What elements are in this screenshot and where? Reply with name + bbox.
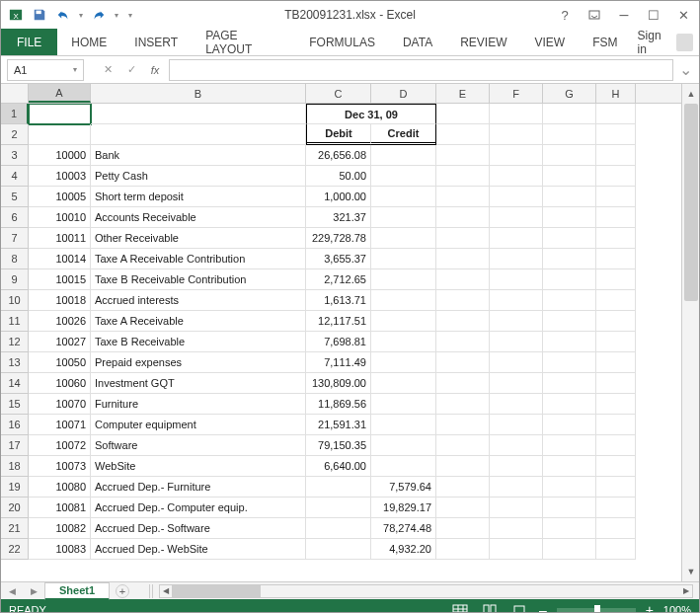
account-code[interactable]: 10027 [29,332,91,352]
cell[interactable] [596,332,636,352]
tab-insert[interactable]: INSERT [120,29,192,55]
cell[interactable] [596,352,636,373]
credit-value[interactable] [371,352,436,373]
credit-value[interactable] [371,207,436,228]
credit-value[interactable] [371,394,436,415]
horizontal-scrollbar[interactable]: ◀ ▶ [159,584,693,598]
sheet-nav-next-icon[interactable]: ▶ [23,582,44,600]
credit-value[interactable]: 19,829.17 [371,498,436,518]
credit-value[interactable] [371,187,436,207]
cell[interactable] [436,332,490,352]
sign-in-link[interactable]: Sign in [632,29,699,55]
cell[interactable] [596,498,636,518]
ribbon-options-button[interactable] [581,4,608,26]
account-name[interactable]: Short term deposit [91,187,306,207]
account-name[interactable]: Other Receivable [91,228,306,249]
cell[interactable] [543,518,596,539]
cell[interactable] [596,415,636,435]
minimize-button[interactable]: – [610,4,638,26]
cell[interactable] [436,290,490,311]
cell[interactable] [436,539,490,560]
tab-home[interactable]: HOME [57,29,120,55]
debit-value[interactable]: 26,656.08 [306,145,371,166]
credit-value[interactable] [371,166,436,187]
account-code[interactable]: 10081 [29,498,91,518]
cell[interactable] [490,290,543,311]
undo-more-icon[interactable]: ▾ [76,4,86,26]
sheet-tab-active[interactable]: Sheet1 [44,582,110,600]
accept-formula-icon[interactable]: ✓ [121,59,141,81]
cell[interactable] [436,311,490,332]
account-name[interactable]: Petty Cash [91,166,306,187]
row-header[interactable]: 6 [1,207,29,228]
row-header[interactable]: 19 [1,477,29,498]
debit-value[interactable]: 12,117.51 [306,311,371,332]
cell[interactable] [490,498,543,518]
account-name[interactable]: WebSite [91,456,306,477]
tab-view[interactable]: VIEW [521,29,580,55]
cell[interactable] [91,124,306,145]
col-header-c[interactable]: C [306,84,371,103]
account-name[interactable]: Accrued Dep.- Software [91,518,306,539]
debit-value[interactable]: 50.00 [306,166,371,187]
tab-fsm[interactable]: FSM [579,29,631,55]
cell[interactable] [436,207,490,228]
help-button[interactable]: ? [551,4,579,26]
cell[interactable] [596,228,636,249]
cell[interactable] [596,166,636,187]
cell[interactable] [543,124,596,145]
account-code[interactable]: 10003 [29,166,91,187]
cell[interactable] [596,145,636,166]
cell[interactable] [543,373,596,394]
row-header[interactable]: 18 [1,456,29,477]
cell[interactable] [596,477,636,498]
account-code[interactable]: 10018 [29,290,91,311]
account-code[interactable]: 10011 [29,228,91,249]
cell[interactable] [490,228,543,249]
row-header[interactable]: 17 [1,435,29,456]
account-code[interactable]: 10071 [29,415,91,435]
cell[interactable] [490,477,543,498]
cell[interactable] [436,394,490,415]
maximize-button[interactable]: ☐ [640,4,667,26]
credit-value[interactable] [371,332,436,352]
zoom-level[interactable]: 100% [663,604,691,613]
debit-value[interactable]: 6,640.00 [306,456,371,477]
cell[interactable] [490,332,543,352]
cell[interactable] [596,539,636,560]
cell[interactable] [436,435,490,456]
cell[interactable] [596,249,636,269]
cell[interactable] [436,187,490,207]
redo-icon[interactable] [88,4,110,26]
cell[interactable] [490,249,543,269]
credit-value[interactable] [371,435,436,456]
cancel-formula-icon[interactable]: ✕ [98,59,117,81]
cell[interactable] [543,228,596,249]
row-header[interactable]: 10 [1,290,29,311]
credit-value[interactable] [371,228,436,249]
account-code[interactable]: 10015 [29,269,91,290]
credit-value[interactable] [371,249,436,269]
cell[interactable] [543,166,596,187]
row-header[interactable]: 12 [1,332,29,352]
cell[interactable] [436,352,490,373]
cell[interactable] [490,373,543,394]
cell[interactable] [436,518,490,539]
row-header[interactable]: 11 [1,311,29,332]
cell[interactable] [490,124,543,145]
debit-value[interactable]: 3,655.37 [306,249,371,269]
cell[interactable] [596,124,636,145]
account-code[interactable]: 10014 [29,249,91,269]
cell[interactable] [596,456,636,477]
row-header[interactable]: 20 [1,498,29,518]
account-name[interactable]: Furniture [91,394,306,415]
row-header[interactable]: 13 [1,352,29,373]
cell[interactable] [596,290,636,311]
tab-review[interactable]: REVIEW [446,29,520,55]
account-code[interactable]: 10070 [29,394,91,415]
scroll-right-icon[interactable]: ▶ [680,585,692,597]
account-code[interactable]: 10072 [29,435,91,456]
splitter[interactable] [149,584,153,598]
col-header-d[interactable]: D [371,84,436,103]
zoom-in-button[interactable]: + [646,602,654,613]
